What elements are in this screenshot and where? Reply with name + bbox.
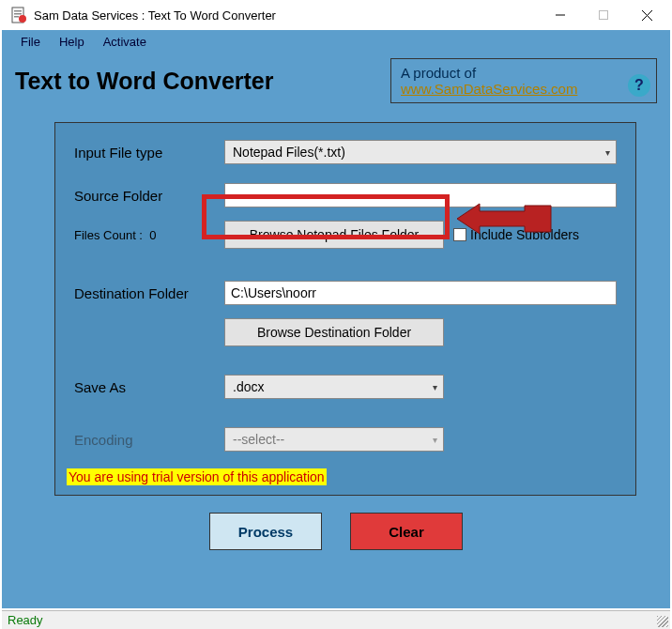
- form-panel: Input File type Notepad Files(*.txt) ▾ S…: [54, 122, 636, 496]
- product-box: A product of www.SamDataServices.com ?: [390, 58, 657, 103]
- input-file-type-select[interactable]: Notepad Files(*.txt) ▾: [224, 140, 617, 164]
- input-file-type-value: Notepad Files(*.txt): [233, 145, 345, 160]
- action-row: Process Clear: [2, 513, 670, 550]
- source-folder-label: Source Folder: [74, 188, 224, 204]
- save-as-value: .docx: [233, 379, 264, 394]
- save-as-label: Save As: [74, 379, 224, 395]
- maximize-button[interactable]: [582, 0, 625, 30]
- svg-rect-1: [14, 10, 22, 12]
- include-subfolders-checkbox[interactable]: Include Subfolders: [453, 227, 579, 242]
- menu-file[interactable]: File: [11, 33, 50, 51]
- product-label: A product of: [401, 65, 647, 81]
- svg-rect-3: [14, 16, 19, 18]
- header-row: Text to Word Converter A product of www.…: [2, 53, 670, 103]
- svg-point-4: [19, 15, 26, 23]
- menubar: File Help Activate: [2, 30, 670, 53]
- source-folder-input[interactable]: [224, 183, 617, 207]
- files-count-value: 0: [149, 228, 156, 242]
- app-icon: [9, 6, 28, 24]
- window-title: Sam Data Services : Text To Word Convert…: [34, 8, 539, 23]
- files-count-label: Files Count : 0: [74, 228, 224, 242]
- help-icon[interactable]: ?: [628, 74, 650, 97]
- window-controls: [539, 0, 668, 30]
- encoding-label: Encoding: [74, 432, 224, 448]
- statusbar: Ready: [2, 610, 670, 629]
- product-link[interactable]: www.SamDataServices.com: [401, 81, 577, 97]
- chevron-down-icon: ▾: [605, 147, 610, 158]
- destination-folder-value: C:\Users\noorr: [231, 285, 316, 300]
- trial-message: You are using trial version of this appl…: [67, 468, 327, 485]
- status-text: Ready: [8, 613, 43, 627]
- save-as-select[interactable]: .docx ▾: [224, 375, 444, 399]
- chevron-down-icon: ▾: [433, 435, 437, 445]
- close-button[interactable]: [625, 0, 668, 30]
- checkbox-icon: [453, 228, 466, 241]
- menu-help[interactable]: Help: [50, 33, 94, 51]
- svg-rect-2: [14, 13, 22, 15]
- include-subfolders-label: Include Subfolders: [470, 227, 579, 242]
- encoding-value: --select--: [233, 432, 284, 447]
- page-title: Text to Word Converter: [15, 58, 274, 95]
- main-area: File Help Activate Text to Word Converte…: [2, 30, 670, 608]
- process-button[interactable]: Process: [209, 513, 322, 550]
- destination-folder-label: Destination Folder: [74, 285, 224, 301]
- browse-destination-button[interactable]: Browse Destination Folder: [224, 318, 444, 346]
- destination-folder-input[interactable]: C:\Users\noorr: [224, 281, 617, 305]
- input-file-type-label: Input File type: [74, 145, 224, 161]
- chevron-down-icon: ▾: [433, 382, 437, 392]
- svg-rect-6: [600, 11, 608, 20]
- minimize-button[interactable]: [539, 0, 582, 30]
- titlebar: Sam Data Services : Text To Word Convert…: [0, 0, 672, 30]
- clear-button[interactable]: Clear: [350, 513, 463, 550]
- browse-source-button[interactable]: Browse Notepad Files Folder: [224, 221, 444, 249]
- encoding-select[interactable]: --select-- ▾: [224, 427, 444, 452]
- menu-activate[interactable]: Activate: [94, 33, 156, 51]
